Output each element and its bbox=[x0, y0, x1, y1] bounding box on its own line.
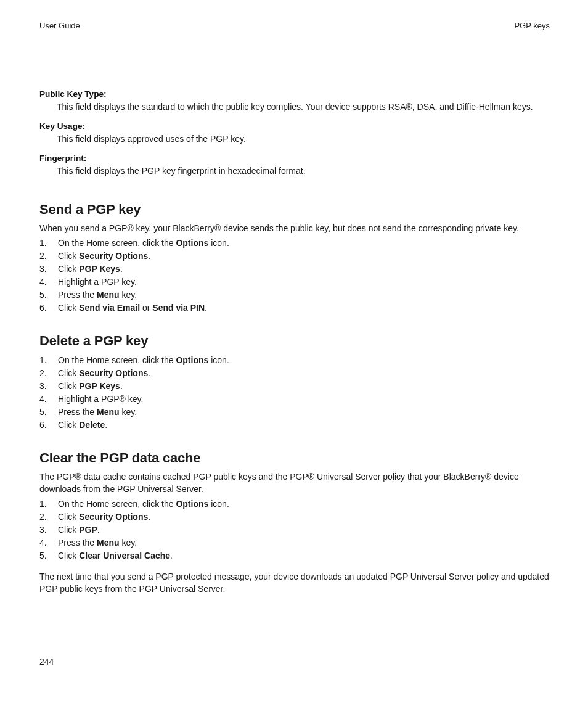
step-body: Click Security Options. bbox=[58, 511, 150, 523]
step-bold: Options bbox=[176, 355, 208, 365]
step-number: 5. bbox=[39, 289, 58, 302]
step-item: 3.Click PGP Keys. bbox=[39, 263, 550, 276]
step-number: 5. bbox=[39, 549, 58, 562]
step-item: 6.Click Send via Email or Send via PIN. bbox=[39, 302, 550, 314]
step-body: Press the Menu key. bbox=[58, 536, 137, 549]
step-body: Click Security Options. bbox=[58, 367, 150, 380]
step-number: 1. bbox=[39, 237, 58, 250]
step-item: 1.On the Home screen, click the Options … bbox=[39, 498, 550, 511]
step-bold: Menu bbox=[97, 538, 120, 548]
definition-list: Public Key Type:This field displays the … bbox=[39, 89, 550, 177]
section-clear-title: Clear the PGP data cache bbox=[39, 450, 550, 466]
step-bold: Menu bbox=[97, 290, 120, 300]
definition-item: Public Key Type:This field displays the … bbox=[39, 89, 550, 113]
step-bold: Options bbox=[176, 499, 208, 509]
step-number: 5. bbox=[39, 406, 58, 419]
step-item: 4.Press the Menu key. bbox=[39, 536, 550, 549]
step-bold: Delete bbox=[79, 420, 105, 430]
definition-desc: This field displays the PGP key fingerpr… bbox=[57, 165, 550, 177]
step-bold: Send via Email bbox=[79, 303, 140, 313]
step-number: 3. bbox=[39, 263, 58, 276]
section-clear-trail: The next time that you send a PGP protec… bbox=[39, 571, 550, 595]
step-number: 6. bbox=[39, 419, 58, 432]
step-item: 1.On the Home screen, click the Options … bbox=[39, 237, 550, 250]
header-right: PGP keys bbox=[514, 21, 550, 30]
step-bold: PGP bbox=[79, 525, 97, 535]
step-bold: Security Options bbox=[79, 512, 148, 522]
definition-term: Key Usage: bbox=[39, 121, 550, 131]
section-send-intro: When you send a PGP® key, your BlackBerr… bbox=[39, 223, 550, 235]
step-bold: Security Options bbox=[79, 368, 148, 378]
definition-item: Fingerprint:This field displays the PGP … bbox=[39, 154, 550, 177]
step-number: 1. bbox=[39, 498, 58, 511]
definition-desc: This field displays approved uses of the… bbox=[57, 133, 550, 145]
step-body: Click Clear Universal Cache. bbox=[58, 549, 173, 562]
step-number: 1. bbox=[39, 354, 58, 367]
step-number: 2. bbox=[39, 250, 58, 263]
step-body: On the Home screen, click the Options ic… bbox=[58, 498, 229, 511]
step-body: Click Delete. bbox=[58, 419, 107, 432]
step-item: 2.Click Security Options. bbox=[39, 250, 550, 263]
step-bold: Menu bbox=[97, 407, 120, 417]
step-bold: Options bbox=[176, 238, 208, 248]
step-number: 6. bbox=[39, 302, 58, 314]
step-item: 5.Press the Menu key. bbox=[39, 289, 550, 302]
section-clear: Clear the PGP data cache The PGP® data c… bbox=[39, 450, 550, 595]
section-delete-title: Delete a PGP key bbox=[39, 333, 550, 349]
section-send-title: Send a PGP key bbox=[39, 202, 550, 218]
step-number: 2. bbox=[39, 367, 58, 380]
step-item: 2.Click Security Options. bbox=[39, 367, 550, 380]
step-body: Click Security Options. bbox=[58, 250, 150, 263]
definition-term: Fingerprint: bbox=[39, 154, 550, 163]
step-bold: PGP Keys bbox=[79, 381, 120, 391]
step-number: 4. bbox=[39, 536, 58, 549]
step-number: 3. bbox=[39, 380, 58, 393]
step-item: 6.Click Delete. bbox=[39, 419, 550, 432]
step-body: Highlight a PGP key. bbox=[58, 276, 137, 289]
step-item: 5.Click Clear Universal Cache. bbox=[39, 549, 550, 562]
step-body: On the Home screen, click the Options ic… bbox=[58, 237, 229, 250]
step-item: 3.Click PGP Keys. bbox=[39, 380, 550, 393]
step-number: 3. bbox=[39, 523, 58, 536]
step-bold: Clear Universal Cache bbox=[79, 551, 170, 560]
step-number: 4. bbox=[39, 276, 58, 289]
step-item: 2.Click Security Options. bbox=[39, 511, 550, 523]
step-body: On the Home screen, click the Options ic… bbox=[58, 354, 229, 367]
definition-desc: This field displays the standard to whic… bbox=[57, 101, 550, 113]
step-number: 4. bbox=[39, 393, 58, 406]
definition-item: Key Usage:This field displays approved u… bbox=[39, 121, 550, 145]
step-number: 2. bbox=[39, 511, 58, 523]
definition-term: Public Key Type: bbox=[39, 89, 550, 99]
step-body: Highlight a PGP® key. bbox=[58, 393, 143, 406]
step-item: 1.On the Home screen, click the Options … bbox=[39, 354, 550, 367]
step-body: Press the Menu key. bbox=[58, 406, 137, 419]
step-body: Click PGP Keys. bbox=[58, 380, 123, 393]
page-number: 244 bbox=[39, 657, 54, 667]
clear-steps: 1.On the Home screen, click the Options … bbox=[39, 498, 550, 562]
header-left: User Guide bbox=[39, 21, 80, 30]
step-item: 4.Highlight a PGP® key. bbox=[39, 393, 550, 406]
delete-steps: 1.On the Home screen, click the Options … bbox=[39, 354, 550, 432]
step-item: 4.Highlight a PGP key. bbox=[39, 276, 550, 289]
section-send: Send a PGP key When you send a PGP® key,… bbox=[39, 202, 550, 315]
step-bold: Security Options bbox=[79, 251, 148, 261]
step-item: 5.Press the Menu key. bbox=[39, 406, 550, 419]
step-body: Click Send via Email or Send via PIN. bbox=[58, 302, 207, 314]
step-item: 3.Click PGP. bbox=[39, 523, 550, 536]
step-bold: PGP Keys bbox=[79, 264, 120, 274]
step-body: Click PGP. bbox=[58, 523, 100, 536]
step-bold: Send via PIN bbox=[152, 303, 205, 313]
send-steps: 1.On the Home screen, click the Options … bbox=[39, 237, 550, 314]
section-delete: Delete a PGP key 1.On the Home screen, c… bbox=[39, 333, 550, 432]
section-clear-intro: The PGP® data cache contains cached PGP … bbox=[39, 471, 550, 495]
step-body: Press the Menu key. bbox=[58, 289, 137, 302]
step-body: Click PGP Keys. bbox=[58, 263, 123, 276]
